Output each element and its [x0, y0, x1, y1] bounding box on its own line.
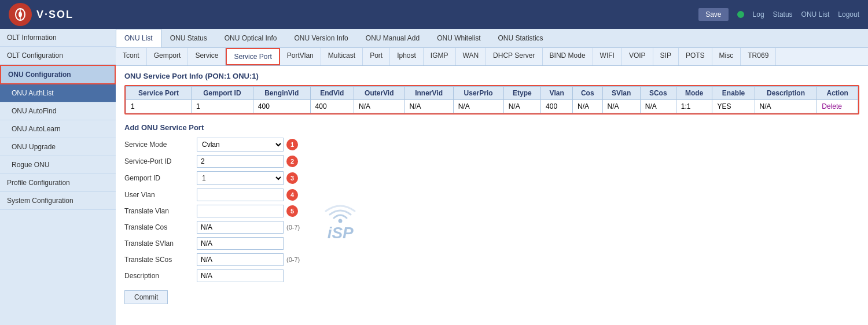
translate-scos-input[interactable]	[197, 253, 284, 266]
form-row-translate-svlan: Translate SVlan	[124, 237, 300, 250]
tab-sip[interactable]: SIP	[653, 48, 679, 65]
tab-tcont[interactable]: Tcont	[116, 48, 147, 65]
onu-info-title: ONU Service Port Info (PON:1 ONU:1)	[124, 72, 859, 80]
data-table-wrapper: Service Port Gemport ID BenginVid EndVid…	[124, 85, 859, 115]
col-enable: Enable	[712, 87, 755, 100]
header-right: Save Log Status ONU List Logout	[698, 8, 859, 21]
commit-button[interactable]: Commit	[124, 290, 168, 304]
save-button[interactable]: Save	[698, 8, 728, 21]
tab-onu-whitelist[interactable]: ONU Whitelist	[428, 29, 489, 47]
sidebar-item-onu-autolearn[interactable]: ONU AutoLearn	[0, 120, 116, 138]
step-4-badge: 4	[286, 189, 298, 201]
cell-scos: N/A	[640, 100, 676, 113]
translate-cos-input[interactable]	[197, 221, 284, 234]
cell-bengin-vid: 400	[253, 100, 310, 113]
tab-misc[interactable]: Misc	[712, 48, 741, 65]
status-link[interactable]: Status	[773, 10, 793, 19]
col-service-port: Service Port	[126, 87, 192, 100]
delete-link[interactable]: Delete	[822, 102, 842, 110]
step-1-badge: 1	[286, 139, 298, 150]
service-mode-select[interactable]: Cvlan Transparent Tag	[197, 138, 284, 152]
sidebar-item-onu-autofind[interactable]: ONU AutoFind	[0, 102, 116, 120]
translate-cos-note: (0-7)	[286, 224, 300, 231]
sidebar-item-onu-config[interactable]: ONU Configuration	[0, 65, 116, 84]
tab-bind-mode[interactable]: BIND Mode	[543, 48, 593, 65]
sidebar-item-rogue-onu[interactable]: Rogue ONU	[0, 156, 116, 174]
translate-scos-label: Translate SCos	[124, 256, 194, 264]
translate-vlan-label: Translate Vlan	[124, 207, 194, 215]
cell-user-prio: N/A	[453, 100, 503, 113]
col-user-prio: UserPrio	[453, 87, 503, 100]
col-action: Action	[817, 87, 858, 100]
cell-outer-vid: N/A	[354, 100, 405, 113]
table-row: 1 1 400 400 N/A N/A N/A N/A 400 N/A N/A …	[126, 100, 858, 113]
isp-text: iSP	[328, 224, 354, 242]
description-input[interactable]	[197, 269, 284, 282]
col-gemport-id: Gemport ID	[191, 87, 253, 100]
tab-onu-status[interactable]: ONU Status	[161, 29, 216, 47]
svg-point-2	[19, 12, 22, 17]
sidebar-item-olt-config[interactable]: OLT Configuration	[0, 47, 116, 65]
tab-onu-manual-add[interactable]: ONU Manual Add	[357, 29, 428, 47]
gemport-id-label: Gemport ID	[124, 174, 194, 182]
tab-wifi[interactable]: WIFI	[593, 48, 622, 65]
col-svlan: SVlan	[602, 87, 640, 100]
tab-onu-statistics[interactable]: ONU Statistics	[490, 29, 552, 47]
tab-service[interactable]: Service	[188, 48, 226, 65]
form-row-gemport-id: Gemport ID 1 2 3 3	[124, 171, 300, 185]
service-mode-label: Service Mode	[124, 141, 194, 149]
tab-onu-version[interactable]: ONU Version Info	[285, 29, 356, 47]
form-row-user-vlan: User Vlan 4	[124, 189, 300, 201]
tab-dhcp-server[interactable]: DHCP Server	[486, 48, 542, 65]
sidebar-item-system-config[interactable]: System Configuration	[0, 192, 116, 210]
onu-list-link[interactable]: ONU List	[801, 10, 830, 19]
logo-area: V·SOL	[9, 3, 73, 26]
col-vlan: Vlan	[541, 87, 573, 100]
col-end-vid: EndVid	[310, 87, 354, 100]
sidebar-item-profile-config[interactable]: Profile Configuration	[0, 174, 116, 192]
tab-wan[interactable]: WAN	[456, 48, 487, 65]
sidebar-item-olt-info[interactable]: OLT Information	[0, 29, 116, 47]
tab-onu-list[interactable]: ONU List	[116, 29, 161, 47]
sidebar-item-onu-authlist[interactable]: ONU AuthList	[0, 84, 116, 102]
description-label: Description	[124, 272, 194, 280]
gemport-id-select[interactable]: 1 2 3	[197, 171, 284, 185]
tab-port[interactable]: Port	[363, 48, 390, 65]
step-3-badge: 3	[286, 172, 298, 184]
tab-iphost[interactable]: Iphost	[390, 48, 424, 65]
user-vlan-input[interactable]	[197, 189, 284, 201]
col-bengin-vid: BenginVid	[253, 87, 310, 100]
cell-service-port: 1	[126, 100, 192, 113]
tab-portvlan[interactable]: PortVlan	[280, 48, 321, 65]
cell-description: N/A	[755, 100, 817, 113]
translate-svlan-input[interactable]	[197, 237, 284, 250]
cell-cos: N/A	[573, 100, 602, 113]
tab-service-port[interactable]: Service Port	[226, 48, 279, 65]
cell-gemport-id: 1	[191, 100, 253, 113]
logout-link[interactable]: Logout	[838, 10, 859, 19]
tab-igmp[interactable]: IGMP	[424, 48, 456, 65]
tab-onu-optical[interactable]: ONU Optical Info	[216, 29, 286, 47]
step-5-badge: 5	[286, 205, 298, 217]
status-indicator	[737, 11, 744, 18]
service-port-id-input[interactable]	[197, 155, 284, 168]
tab-pots[interactable]: POTS	[679, 48, 712, 65]
tab-tr069[interactable]: TR069	[741, 48, 776, 65]
tab-multicast[interactable]: Multicast	[321, 48, 363, 65]
form-row-description: Description	[124, 269, 300, 282]
tab-voip[interactable]: VOIP	[622, 48, 653, 65]
service-port-id-label: Service-Port ID	[124, 157, 194, 165]
log-link[interactable]: Log	[753, 10, 764, 19]
user-vlan-label: User Vlan	[124, 191, 194, 199]
translate-svlan-label: Translate SVlan	[124, 239, 194, 248]
form-left: Service Mode Cvlan Transparent Tag 1 Ser…	[124, 138, 300, 304]
cell-svlan: N/A	[602, 100, 640, 113]
tab-gemport[interactable]: Gemport	[147, 48, 189, 65]
cell-vlan: 400	[541, 100, 573, 113]
svg-point-3	[339, 220, 341, 222]
translate-vlan-input[interactable]	[197, 205, 284, 217]
col-scos: SCos	[640, 87, 676, 100]
sidebar-item-onu-upgrade[interactable]: ONU Upgrade	[0, 138, 116, 156]
cell-action[interactable]: Delete	[817, 100, 858, 113]
col-outer-vid: OuterVid	[354, 87, 405, 100]
